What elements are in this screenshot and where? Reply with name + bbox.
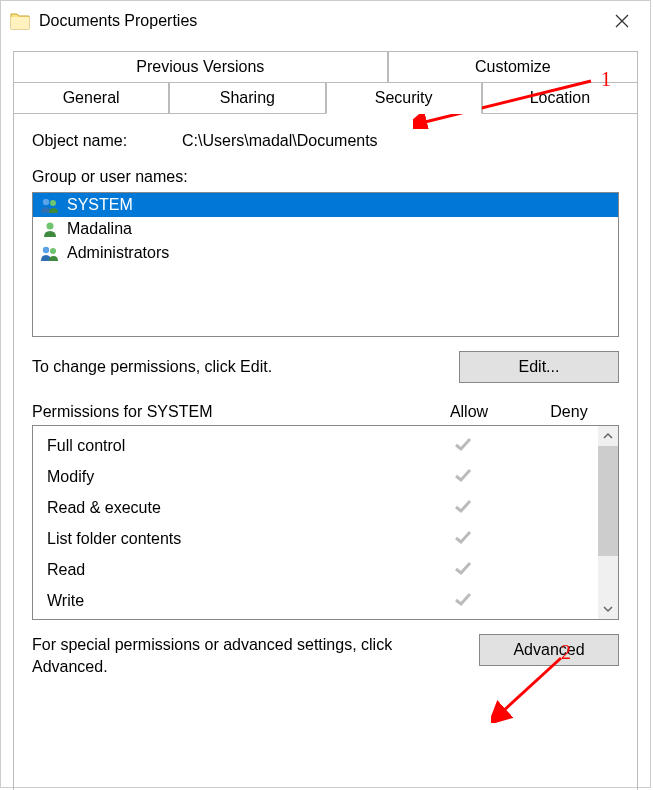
svg-point-3: [43, 199, 49, 205]
allow-check-icon: [418, 467, 508, 487]
list-item-label: SYSTEM: [67, 196, 133, 214]
tab-security[interactable]: Security: [326, 82, 482, 114]
list-item-label: Administrators: [67, 244, 169, 262]
advanced-button[interactable]: Advanced: [479, 634, 619, 666]
tab-location[interactable]: Location: [482, 82, 638, 114]
permission-name: Read & execute: [47, 499, 418, 517]
tab-sharing[interactable]: Sharing: [169, 82, 325, 114]
list-item[interactable]: Madalina: [33, 217, 618, 241]
object-name-label: Object name:: [32, 132, 182, 150]
allow-check-icon: [418, 436, 508, 456]
group-listbox[interactable]: SYSTEM Madalina Administrators: [32, 192, 619, 337]
folder-icon: [9, 10, 31, 32]
window-title: Documents Properties: [39, 12, 602, 30]
allow-check-icon: [418, 529, 508, 549]
permissions-label: Permissions for SYSTEM: [32, 403, 419, 421]
close-button[interactable]: [602, 1, 642, 41]
two-users-icon: [39, 196, 61, 214]
advanced-hint-text: For special permissions or advanced sett…: [32, 634, 479, 677]
single-user-icon: [39, 220, 61, 238]
annotation-1: 1: [601, 68, 611, 91]
edit-hint-text: To change permissions, click Edit.: [32, 358, 459, 376]
edit-button[interactable]: Edit...: [459, 351, 619, 383]
groups-label: Group or user names:: [32, 168, 619, 186]
tab-content-security: Object name: C:\Users\madal\Documents Gr…: [13, 114, 638, 790]
scroll-up-icon[interactable]: [598, 426, 618, 446]
permission-name: List folder contents: [47, 530, 418, 548]
tab-general[interactable]: General: [13, 82, 169, 114]
permission-row: Full control: [47, 430, 598, 461]
permission-name: Write: [47, 592, 418, 610]
scroll-down-icon[interactable]: [598, 599, 618, 619]
tab-row-bottom: General Sharing Security Location: [13, 82, 638, 114]
permission-name: Modify: [47, 468, 418, 486]
permissions-table: Full control Modify Read & execute List …: [32, 425, 619, 620]
titlebar: Documents Properties: [1, 1, 650, 41]
permission-name: Read: [47, 561, 418, 579]
svg-point-4: [50, 200, 56, 206]
allow-check-icon: [418, 560, 508, 580]
permission-row: Read: [47, 554, 598, 585]
permission-row: List folder contents: [47, 523, 598, 554]
scroll-track[interactable]: [598, 556, 618, 599]
svg-point-6: [43, 247, 49, 253]
svg-rect-0: [11, 17, 29, 29]
object-name-value: C:\Users\madal\Documents: [182, 132, 378, 150]
deny-column-header: Deny: [519, 403, 619, 421]
properties-window: Documents Properties Previous Versions C…: [0, 0, 651, 788]
tabs-container: Previous Versions Customize General Shar…: [1, 41, 650, 114]
tab-previous-versions[interactable]: Previous Versions: [13, 51, 388, 82]
annotation-2: 2: [561, 641, 571, 664]
allow-check-icon: [418, 591, 508, 611]
list-item[interactable]: Administrators: [33, 241, 618, 265]
list-item-label: Madalina: [67, 220, 132, 238]
two-users-icon: [39, 244, 61, 262]
allow-check-icon: [418, 498, 508, 518]
permission-row: Write: [47, 585, 598, 616]
allow-column-header: Allow: [419, 403, 519, 421]
list-item[interactable]: SYSTEM: [33, 193, 618, 217]
permission-row: Modify: [47, 461, 598, 492]
scrollbar[interactable]: [598, 426, 618, 619]
svg-point-5: [47, 223, 54, 230]
scroll-thumb[interactable]: [598, 446, 618, 556]
svg-point-7: [50, 248, 56, 254]
tab-row-top: Previous Versions Customize: [13, 51, 638, 82]
permission-name: Full control: [47, 437, 418, 455]
permission-row: Read & execute: [47, 492, 598, 523]
